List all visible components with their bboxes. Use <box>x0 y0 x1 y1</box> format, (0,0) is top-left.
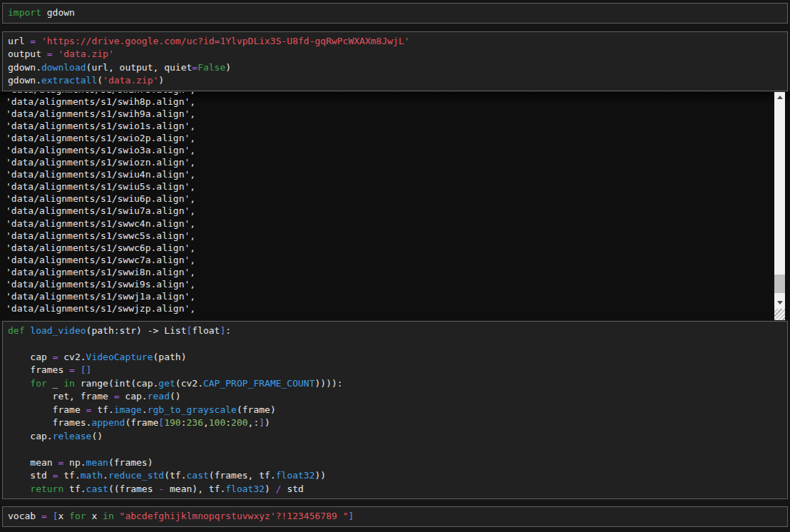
code-cell-load-video[interactable]: def load_video(path:str) -> List[float]:… <box>2 321 788 500</box>
output-line: 'data/alignments/s1/swih8p.align', <box>6 96 769 108</box>
code-line: url = 'https://drive.google.com/uc?id=1Y… <box>8 35 782 48</box>
code-line: for _ in range(int(cap.get(cv2.CAP_PROP_… <box>8 377 782 391</box>
resize-grip-icon[interactable] <box>774 309 785 320</box>
code-line: vocab = [x for x in "abcdefghijklmnopqrs… <box>8 510 782 523</box>
code-line <box>8 337 782 351</box>
output-line: 'data/alignments/s1/swwc4n.align', <box>6 218 769 230</box>
code-line: output = 'data.zip' <box>8 48 782 61</box>
code-line: def load_video(path:str) -> List[float]: <box>8 324 782 338</box>
output-line: 'data/alignments/s1/swiozn.align', <box>6 156 769 168</box>
code-line: return tf.cast((frames - mean), tf.float… <box>8 483 782 496</box>
code-line: cap.release() <box>8 430 782 444</box>
code-cell-import[interactable]: import gdown <box>2 3 788 24</box>
code-line <box>8 443 782 456</box>
code-line: frame = tf.image.rgb_to_grayscale(frame) <box>8 404 782 417</box>
output-line: 'data/alignments/s1/swiu5s.align', <box>6 180 769 193</box>
code-cell-vocab[interactable]: vocab = [x for x in "abcdefghijklmnopqrs… <box>2 506 788 527</box>
output-area: 'data/alignments/s1/swih7s.align','data/… <box>0 92 790 320</box>
code-line: ret, frame = cap.read() <box>8 390 782 404</box>
output-line: 'data/alignments/s1/swwc5s.align', <box>6 230 769 242</box>
code-line: mean = np.mean(frames) <box>8 456 782 470</box>
output-line: 'data/alignments/s1/swiu7a.align', <box>6 205 769 217</box>
scroll-up-icon <box>777 96 783 99</box>
output-scroll-region[interactable]: 'data/alignments/s1/swih7s.align','data/… <box>0 92 790 320</box>
scroll-down-icon <box>777 301 783 305</box>
output-line: 'data/alignments/s1/swiu4n.align', <box>6 168 769 180</box>
code-line: import gdown <box>8 6 782 20</box>
output-line: 'data/alignments/s1/swwj1a.align', <box>6 290 769 302</box>
vertical-scrollbar[interactable] <box>774 92 785 309</box>
output-line: 'data/alignments/s1/swio3a.align', <box>6 144 769 156</box>
code-line: gdown.download(url, output, quiet=False) <box>8 61 782 75</box>
code-line: cap = cv2.VideoCapture(path) <box>8 351 782 364</box>
output-line: 'data/alignments/s1/swwi8n.align', <box>6 266 769 278</box>
output-line: 'data/alignments/s1/swih9a.align', <box>6 108 769 120</box>
code-line: frames = [] <box>8 364 782 377</box>
scroll-up-button[interactable] <box>774 92 785 103</box>
notebook-page: import gdown url = 'https://drive.google… <box>0 3 790 527</box>
output-line: 'data/alignments/s1/swio1s.align', <box>6 120 769 132</box>
output-line: 'data/alignments/s1/swiu6p.align', <box>6 193 769 205</box>
code-line: frames.append(frame[190:236,100:200,:]) <box>8 416 782 430</box>
scrollbar-thumb[interactable] <box>774 275 785 293</box>
output-line: 'data/alignments/s1/swwc7a.align', <box>6 254 769 266</box>
output-line: 'data/alignments/s1/swwjzp.align', <box>6 302 769 314</box>
code-line: gdown.extractall('data.zip') <box>8 74 782 88</box>
output-text: 'data/alignments/s1/swih7s.align','data/… <box>0 92 790 315</box>
output-line: 'data/alignments/s1/swwi9s.align', <box>6 278 769 290</box>
scroll-down-button[interactable] <box>774 297 785 309</box>
code-line: std = tf.math.reduce_std(tf.cast(frames,… <box>8 469 782 483</box>
output-line: 'data/alignments/s1/swio2p.align', <box>6 132 769 144</box>
output-line: 'data/alignments/s1/swwc6p.align', <box>6 242 769 254</box>
code-cell-download[interactable]: url = 'https://drive.google.com/uc?id=1Y… <box>2 31 788 91</box>
